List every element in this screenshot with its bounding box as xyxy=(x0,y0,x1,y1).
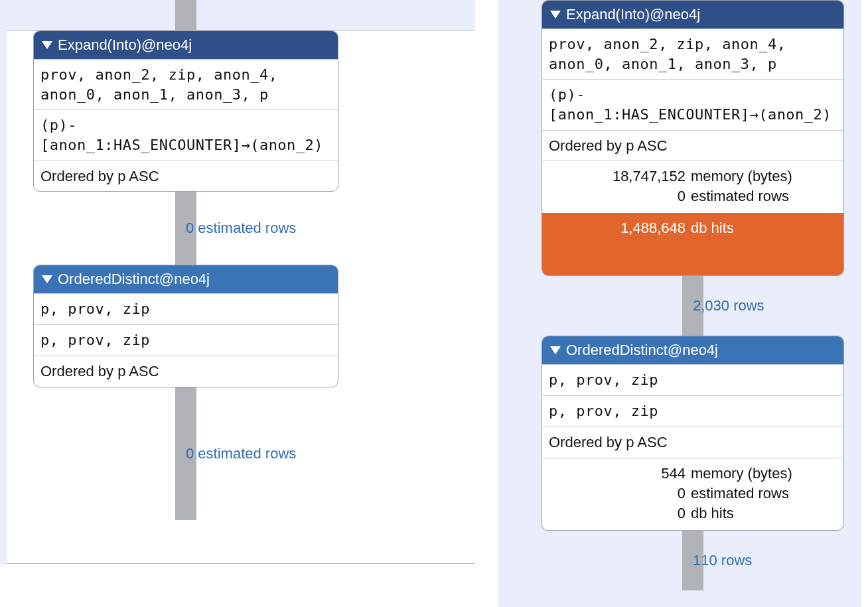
rows-label: 0 estimated rows xyxy=(186,220,296,237)
node-order: Ordered by p ASC xyxy=(542,427,843,458)
stat-label: memory (bytes) xyxy=(691,168,792,185)
stat-value: 544 xyxy=(553,465,686,482)
node-header[interactable]: OrderedDistinct@neo4j xyxy=(542,336,843,364)
collapse-icon xyxy=(42,41,52,49)
stat-value: 18,747,152 xyxy=(553,168,686,185)
connector xyxy=(175,0,196,31)
node-header[interactable]: Expand(Into)@neo4j xyxy=(34,31,338,59)
left-plan-stack: Expand(Into)@neo4j prov, anon_2, zip, an… xyxy=(33,0,338,520)
rows-label: 110 rows xyxy=(693,552,752,569)
node-columns: p, prov, zip xyxy=(34,293,338,324)
plan-node-expand-into: Expand(Into)@neo4j prov, anon_2, zip, an… xyxy=(33,31,338,192)
db-hits-highlight-fill xyxy=(542,243,843,275)
left-panel: Expand(Into)@neo4j prov, anon_2, zip, an… xyxy=(0,0,478,564)
node-title: Expand(Into)@neo4j xyxy=(566,6,700,23)
node-order: Ordered by p ASC xyxy=(34,161,338,192)
connector: 110 rows xyxy=(682,531,703,590)
right-plan-stack: Expand(Into)@neo4j prov, anon_2, zip, an… xyxy=(542,0,844,590)
plan-node-ordered-distinct: OrderedDistinct@neo4j p, prov, zip p, pr… xyxy=(542,336,844,530)
stat-label: memory (bytes) xyxy=(691,465,792,482)
left-panel-canvas: Expand(Into)@neo4j prov, anon_2, zip, an… xyxy=(7,30,475,564)
rows-label: 0 estimated rows xyxy=(186,445,296,462)
stat-line: 18,747,152 memory (bytes) xyxy=(553,167,833,186)
stat-value: 0 xyxy=(553,505,686,522)
node-stats: 544 memory (bytes) 0 estimated rows 0 db… xyxy=(542,458,843,530)
stat-line: 0 estimated rows xyxy=(553,186,833,206)
collapse-icon xyxy=(550,11,561,19)
collapse-icon xyxy=(42,275,52,283)
node-order: Ordered by p ASC xyxy=(34,356,338,387)
node-columns: p, prov, zip xyxy=(542,364,843,395)
connector: 0 estimated rows xyxy=(175,192,196,265)
node-stats: 18,747,152 memory (bytes) 0 estimated ro… xyxy=(542,161,843,213)
node-columns: p, prov, zip xyxy=(542,395,843,427)
connector: 2,030 rows xyxy=(682,276,703,336)
db-hits-highlight: 1,488,648 db hits xyxy=(542,213,843,243)
collapse-icon xyxy=(550,346,561,354)
right-panel: Expand(Into)@neo4j prov, anon_2, zip, an… xyxy=(498,0,861,607)
rows-label: 2,030 rows xyxy=(693,297,764,314)
plan-node-ordered-distinct: OrderedDistinct@neo4j p, prov, zip p, pr… xyxy=(33,265,338,387)
node-columns: prov, anon_2, zip, anon_4, anon_0, anon_… xyxy=(542,29,843,79)
stat-value: 0 xyxy=(553,188,686,205)
stat-value: 0 xyxy=(553,485,686,502)
node-order: Ordered by p ASC xyxy=(542,130,843,161)
stat-label: estimated rows xyxy=(691,188,789,205)
node-pattern: (p)-[anon_1:HAS_ENCOUNTER]→(anon_2) xyxy=(34,109,338,160)
node-title: OrderedDistinct@neo4j xyxy=(566,342,718,359)
node-header[interactable]: Expand(Into)@neo4j xyxy=(542,1,843,29)
node-columns: prov, anon_2, zip, anon_4, anon_0, anon_… xyxy=(34,59,338,109)
stat-line: 544 memory (bytes) xyxy=(553,464,833,484)
stat-line: 0 estimated rows xyxy=(553,484,833,504)
connector: 0 estimated rows xyxy=(175,387,196,520)
stat-line: 0 db hits xyxy=(553,504,833,523)
stat-label: estimated rows xyxy=(691,485,789,502)
node-header[interactable]: OrderedDistinct@neo4j xyxy=(34,265,338,293)
plan-node-expand-into: Expand(Into)@neo4j prov, anon_2, zip, an… xyxy=(542,0,844,276)
node-title: OrderedDistinct@neo4j xyxy=(58,271,210,288)
stat-label: db hits xyxy=(691,505,734,522)
node-pattern: (p)-[anon_1:HAS_ENCOUNTER]→(anon_2) xyxy=(542,79,843,129)
node-title: Expand(Into)@neo4j xyxy=(58,36,192,54)
stat-value: 1,488,648 xyxy=(553,220,686,237)
node-columns: p, prov, zip xyxy=(34,324,338,356)
stat-label: db hits xyxy=(691,220,734,237)
